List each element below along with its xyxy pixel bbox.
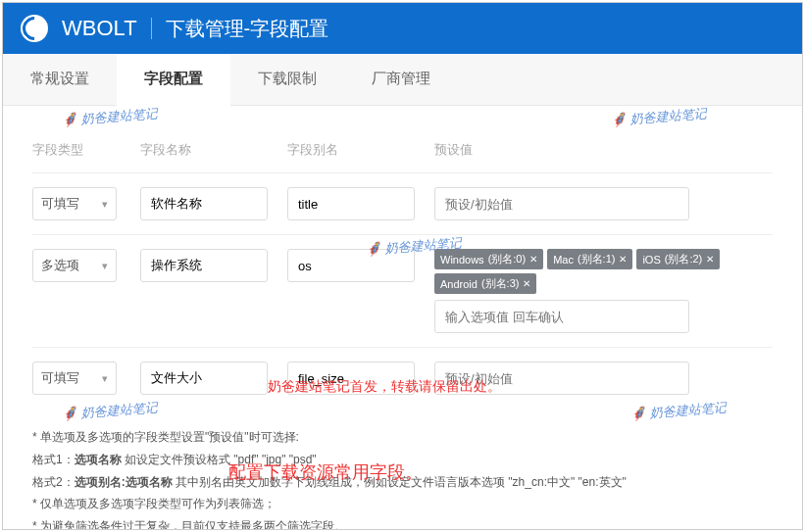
tab-vendor[interactable]: 厂商管理 xyxy=(344,54,458,105)
col-alias: 字段别名 xyxy=(287,141,434,159)
note-line: * 为避免筛选条件过于复杂，目前仅支持最多两个筛选字段。 xyxy=(32,515,773,530)
close-icon[interactable]: ✕ xyxy=(523,278,530,289)
annotation-text: 奶爸建站笔记首发，转载请保留出处。 xyxy=(268,378,501,396)
option-tag[interactable]: iOS(别名:2)✕ xyxy=(636,249,720,269)
col-preset: 预设值 xyxy=(434,141,773,159)
close-icon[interactable]: ✕ xyxy=(529,254,537,265)
option-tag[interactable]: Mac(别名:1)✕ xyxy=(547,249,632,269)
type-select[interactable]: 可填写 xyxy=(32,362,117,395)
header-bar: WBOLT 下载管理-字段配置 xyxy=(3,3,802,54)
alias-input[interactable] xyxy=(287,187,415,220)
note-line: * 单选项及多选项的字段类型设置"预设值"时可选择: xyxy=(32,426,773,449)
page-title: 下载管理-字段配置 xyxy=(166,16,329,42)
col-name: 字段名称 xyxy=(140,141,287,159)
tab-limits[interactable]: 下载限制 xyxy=(230,54,344,105)
col-type: 字段类型 xyxy=(32,141,140,159)
preset-input[interactable] xyxy=(434,187,689,220)
close-icon[interactable]: ✕ xyxy=(619,254,627,265)
tab-bar: 常规设置 字段配置 下载限制 厂商管理 xyxy=(3,54,802,106)
logo-icon xyxy=(21,15,48,42)
option-tag[interactable]: Android(别名:3)✕ xyxy=(434,273,536,294)
note-line: * 仅单选项及多选项字段类型可作为列表筛选； xyxy=(32,493,773,515)
divider xyxy=(151,18,152,39)
brand-text: WBOLT xyxy=(62,16,137,41)
tab-general[interactable]: 常规设置 xyxy=(3,54,117,105)
table-row: 可填写 xyxy=(32,172,773,234)
type-select[interactable]: 多选项 xyxy=(32,249,117,282)
tag-list: Windows(别名:0)✕ Mac(别名:1)✕ iOS(别名:2)✕ And… xyxy=(434,249,773,294)
type-select[interactable]: 可填写 xyxy=(32,187,117,220)
close-icon[interactable]: ✕ xyxy=(706,254,714,265)
name-input[interactable] xyxy=(140,362,268,395)
preset-input[interactable] xyxy=(434,300,689,333)
content-area: 字段类型 字段名称 字段别名 预设值 可填写 多选项 Windows(别名:0)… xyxy=(3,106,802,418)
annotation-text: 配置下载资源常用字段。 xyxy=(228,460,423,484)
name-input[interactable] xyxy=(140,187,268,220)
tab-fields[interactable]: 字段配置 xyxy=(117,54,230,106)
name-input[interactable] xyxy=(140,249,268,282)
